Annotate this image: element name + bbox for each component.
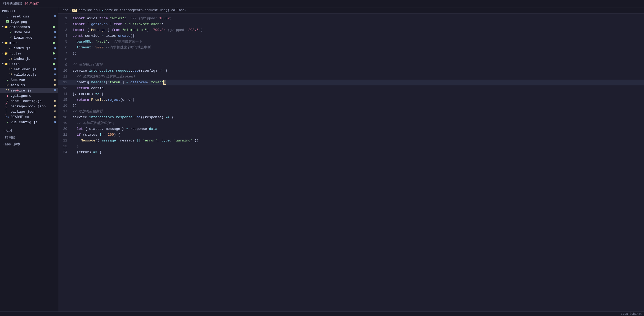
editors-label: 打开的编辑器 [3,1,22,6]
line-content-8 [71,56,644,62]
line-content-2: import { getToken } from "./utils/setTok… [71,21,644,27]
line-content-5: baseURL: '/api', //把前缀封装一下 [71,39,644,45]
file-label: logo.png [11,20,56,24]
folder-label: utils [9,62,53,66]
code-line-23: 23 } [58,144,644,149]
code-line-24: 24 (error) => { [58,149,644,155]
sidebar-item-settoken-js[interactable]: JS setToken.js U [0,67,58,72]
sidebar-item-logo-png[interactable]: 🖼 logo.png [0,19,58,24]
code-line-2: 2 import { getToken } from "./utils/setT… [58,21,644,27]
file-label: index.js [14,57,53,61]
file-label: package.json [11,110,53,114]
line-content-22: Message({ message: message || 'error', t… [71,138,644,144]
sidebar-bottom-item-outline[interactable]: › 大纲 [0,127,58,134]
sidebar-item-home-vue[interactable]: V Home.vue U [0,30,58,35]
line-num-2: 2 [58,21,71,27]
breadcrumb-sep1: › [69,8,71,12]
file-badge: U [54,89,56,92]
code-line-15: 15 return Promise.reject(error) [58,97,644,103]
sidebar-item-readme-md[interactable]: M↓ README.md M [0,114,58,120]
file-badge: U [54,57,56,60]
pkg-file-icon: { } [5,109,10,114]
sidebar-item-router[interactable]: ▼ 📁 router [0,51,58,56]
line-num-12: 12 [58,80,71,85]
sidebar-item-mock-index-js[interactable]: JS index.js U [0,45,58,51]
line-num-7: 7 [58,51,71,56]
project-section: PROJECT ◻ reset.css U 🖼 logo.png ▼ 📁 com… [0,7,58,126]
folder-icon: 📁 [4,62,8,66]
line-content-20: let { status, message } = response.data [71,126,644,132]
sidebar-bottom-item-npm[interactable]: › NPM 脚本 [0,141,58,148]
file-badge: U [54,47,56,50]
file-label: package-lock.json [11,104,53,108]
breadcrumb-file: service.js [79,8,98,12]
modified-dot [53,52,55,54]
line-content-18: service.interceptors.response.use((respo… [71,115,644,120]
sidebar-item-router-index-js[interactable]: JS index.js U [0,56,58,61]
modified-dot [53,42,55,44]
line-content-16: }) [71,103,644,109]
sidebar-item-validate-js[interactable]: JS validate.js U [0,72,58,77]
code-line-19: 19 // 对响应数据做些什么 [58,120,644,126]
file-label: .gitignore [11,94,56,98]
modified-dot [53,26,55,28]
sidebar-item-app-vue[interactable]: V App.vue M [0,77,58,83]
file-label: Home.vue [14,30,53,34]
sidebar-item-components[interactable]: ▼ 📁 components [0,24,58,30]
bottom-bar: CSDN @Shaka© [0,312,644,316]
file-label: service.js [11,89,53,93]
line-content-12: config.headers['token'] = getToken('toke… [71,80,644,85]
js-file-icon: JS [8,72,13,77]
sidebar-item-gitignore[interactable]: ◆ .gitignore [0,93,58,98]
img-file-icon: 🖼 [5,20,10,24]
css-file-icon: ◻ [5,14,10,19]
sidebar-item-service-js[interactable]: JS service.js U ➜ [0,88,58,93]
js-file-icon: JS [8,57,13,61]
file-badge: M [54,105,56,108]
sidebar-item-main-js[interactable]: JS main.js M [0,83,58,88]
file-label: App.vue [11,78,53,82]
file-badge: M [54,99,56,103]
sidebar-item-utils[interactable]: ▼ 📁 utils [0,61,58,67]
line-num-17: 17 [58,109,71,115]
line-content-24: (error) => { [71,149,644,155]
line-num-6: 6 [58,45,71,51]
line-num-20: 20 [58,126,71,132]
file-label: validate.js [14,73,53,77]
sidebar-item-babel-config-js[interactable]: B babel.config.js M [0,98,58,104]
code-line-22: 22 Message({ message: message || 'error'… [58,138,644,144]
sidebar-item-package-json[interactable]: { } package.json M [0,109,58,114]
code-line-7: 7 }) [58,51,644,56]
line-num-23: 23 [58,144,71,149]
pkg-file-icon: { } [5,104,10,108]
line-num-5: 5 [58,39,71,45]
sidebar-item-login-vue[interactable]: V Login.vue U [0,35,58,40]
line-content-1: import axios from "axios"; 52k (gzipped:… [71,16,644,21]
outline-label: 大纲 [5,128,12,133]
vue-file-icon: V [8,35,13,40]
js-file-icon: JS [5,88,10,93]
file-badge: U [54,31,56,34]
file-badge: U [54,73,56,76]
sidebar-item-vue-config-js[interactable]: V vue.config.js U [0,120,58,125]
sidebar-item-package-lock-json[interactable]: { } package-lock.json M [0,104,58,109]
sidebar-bottom-item-timeline[interactable]: › 时间线 [0,134,58,141]
code-line-8: 8 [58,56,644,62]
file-badge: U [54,68,56,71]
line-num-13: 13 [58,85,71,91]
line-content-6: timeout: 3000 //请求超过这个时间就会中断 [71,45,644,51]
line-num-1: 1 [58,16,71,21]
sidebar-item-mock[interactable]: ▼ 📁 mock [0,40,58,45]
sidebar-item-reset-css[interactable]: ◻ reset.css U [0,14,58,19]
folder-label: router [9,52,53,56]
line-num-4: 4 [58,33,71,39]
vueconfig-file-icon: V [5,120,10,124]
code-line-21: 21 if (status !== 200) { [58,132,644,138]
chevron-down-icon: ▼ [2,42,3,44]
code-line-16: 16 }) [58,103,644,109]
file-badge: M [54,110,56,113]
code-editor[interactable]: 1 import axios from "axios"; 52k (gzippe… [58,13,644,312]
code-line-3: 3 import { Message } from "element-ui"; … [58,27,644,33]
chevron-down-icon: ▼ [2,63,3,65]
folder-label: components [9,25,53,29]
